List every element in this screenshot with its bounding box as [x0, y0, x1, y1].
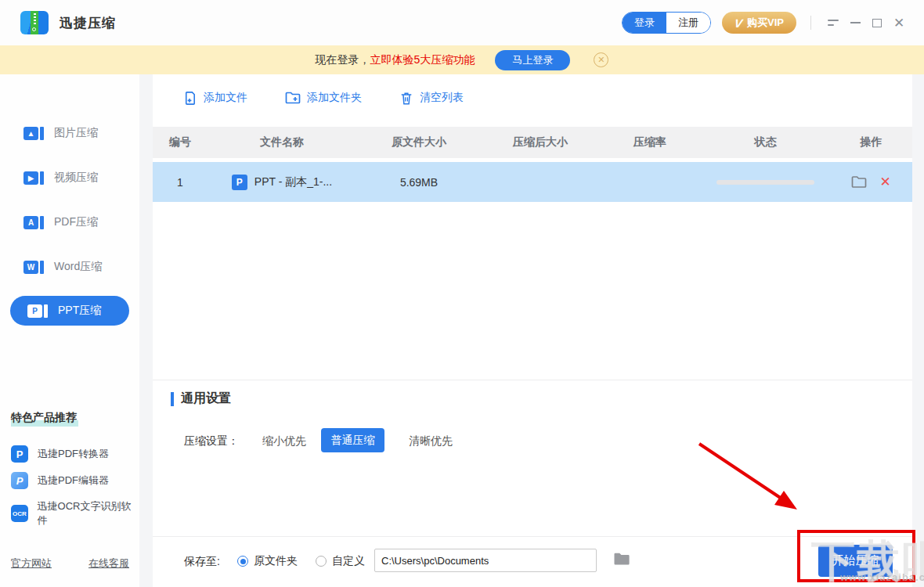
section-marker	[171, 392, 174, 406]
radio-selected-icon	[237, 556, 248, 567]
promo-title: 特色产品推荐	[11, 411, 78, 427]
login-now-button[interactable]: 马上登录	[495, 50, 570, 70]
official-site-link[interactable]: 官方网站	[11, 556, 52, 571]
sidebar-item-video-compress[interactable]: ▶ 视频压缩	[0, 162, 139, 193]
menu-icon	[828, 20, 839, 26]
radio-original-label: 原文件夹	[254, 554, 298, 568]
maximize-button[interactable]	[866, 12, 888, 34]
ppt-compress-icon: P	[27, 304, 48, 318]
open-folder-icon[interactable]	[851, 175, 867, 189]
pdf-compress-icon: A	[23, 216, 44, 229]
option-normal-compression[interactable]: 普通压缩	[321, 428, 384, 452]
option-clarity-priority[interactable]: 清晰优先	[409, 434, 453, 448]
product-label: 迅捷OCR文字识别软件	[38, 499, 139, 528]
row-status-cell	[701, 180, 830, 185]
clear-list-button[interactable]: 清空列表	[399, 91, 464, 106]
product-pdf-converter[interactable]: P 迅捷PDF转换器	[11, 445, 109, 463]
title-bar: 迅捷压缩 登录 注册 V 购买VIP ✕	[0, 0, 924, 45]
sidebar-item-label: 图片压缩	[54, 126, 98, 140]
browse-folder-button[interactable]	[613, 552, 630, 569]
product-label: 迅捷PDF编辑器	[38, 474, 109, 488]
buy-vip-button[interactable]: V 购买VIP	[722, 12, 796, 34]
sidebar-item-word-compress[interactable]: W Word压缩	[0, 251, 139, 283]
col-header-original-size: 原文件大小	[356, 135, 482, 149]
notice-text: 现在登录，	[316, 53, 370, 67]
vip-icon: V	[734, 16, 743, 30]
general-settings-header: 通用设置	[171, 391, 231, 407]
add-folder-icon	[285, 91, 301, 105]
topbar-divider	[810, 16, 811, 30]
section-divider	[153, 380, 912, 380]
ocr-icon: OCR	[11, 505, 28, 522]
row-actions-cell: ✕	[830, 175, 912, 189]
delete-file-icon[interactable]: ✕	[879, 175, 890, 189]
sidebar-item-pdf-compress[interactable]: A PDF压缩	[0, 207, 139, 238]
add-file-button[interactable]: 添加文件	[182, 91, 247, 106]
trash-icon	[399, 91, 413, 106]
app-title: 迅捷压缩	[60, 14, 116, 32]
sidebar-item-label: PDF压缩	[54, 215, 98, 229]
row-filename-cell: P PPT - 副本_1-...	[208, 175, 356, 190]
col-header-filename: 文件名称	[208, 135, 356, 149]
radio-custom-folder[interactable]: 自定义	[316, 554, 365, 568]
menu-button[interactable]	[822, 12, 844, 34]
maximize-icon	[872, 19, 882, 27]
col-header-compressed-size: 压缩后大小	[482, 135, 599, 149]
option-shrink-priority[interactable]: 缩小优先	[262, 434, 306, 448]
sidebar: ▲ 图片压缩 ▶ 视频压缩 A PDF压缩 W Word压缩 P PP	[0, 74, 139, 587]
buy-vip-label: 购买VIP	[747, 16, 784, 30]
app-logo-icon	[20, 11, 49, 34]
register-button[interactable]: 注册	[666, 13, 710, 33]
save-to-label: 保存至:	[184, 555, 220, 569]
general-settings-title: 通用设置	[181, 391, 231, 407]
add-folder-button[interactable]: 添加文件夹	[285, 91, 362, 105]
sidebar-item-image-compress[interactable]: ▲ 图片压缩	[0, 117, 139, 149]
col-header-actions: 操作	[830, 135, 912, 149]
online-support-link[interactable]: 在线客服	[88, 556, 129, 571]
add-file-label: 添加文件	[204, 91, 247, 105]
ppt-file-icon: P	[232, 175, 247, 190]
notice-close-icon[interactable]: ✕	[594, 52, 608, 67]
radio-custom-label: 自定义	[332, 554, 365, 568]
product-label: 迅捷PDF转换器	[38, 447, 109, 461]
add-folder-label: 添加文件夹	[307, 91, 362, 105]
col-header-status: 状态	[701, 135, 830, 149]
start-compress-button[interactable]: 开始压缩	[818, 545, 893, 577]
compression-setting-label: 压缩设置：	[184, 434, 239, 448]
pdf-editor-icon: P	[11, 472, 28, 489]
sidebar-item-ppt-compress[interactable]: P PPT压缩	[10, 296, 129, 326]
login-button[interactable]: 登录	[623, 13, 666, 33]
word-compress-icon: W	[23, 261, 44, 274]
video-compress-icon: ▶	[23, 171, 44, 185]
add-file-icon	[182, 91, 197, 106]
notice-highlight: 立即体验5大压缩功能	[370, 53, 475, 67]
progress-bar	[716, 180, 814, 185]
row-filename: PPT - 副本_1-...	[254, 175, 332, 189]
col-header-no: 编号	[153, 135, 208, 149]
table-row[interactable]: 1 P PPT - 副本_1-... 5.69MB ✕	[153, 162, 912, 202]
table-header: 编号 文件名称 原文件大小 压缩后大小 压缩率 状态 操作	[153, 127, 912, 158]
sidebar-item-label: 视频压缩	[54, 171, 98, 185]
login-notice-bar: 现在登录， 立即体验5大压缩功能 马上登录 ✕	[0, 45, 924, 74]
browse-folder-icon	[613, 552, 630, 566]
product-ocr[interactable]: OCR 迅捷OCR文字识别软件	[11, 499, 139, 528]
close-button[interactable]: ✕	[888, 12, 910, 34]
minimize-icon	[850, 22, 861, 23]
sidebar-item-label: PPT压缩	[58, 304, 101, 318]
image-compress-icon: ▲	[23, 127, 44, 140]
close-icon: ✕	[893, 16, 904, 30]
minimize-button[interactable]	[844, 12, 866, 34]
radio-original-folder[interactable]: 原文件夹	[237, 554, 298, 568]
row-number: 1	[153, 176, 208, 189]
clear-list-label: 清空列表	[420, 91, 464, 105]
main-panel: 添加文件 添加文件夹 清空列表 编号 文件名称 原文件大小 压缩后大小 压缩率 …	[153, 74, 912, 587]
file-toolbar: 添加文件 添加文件夹 清空列表	[182, 85, 464, 111]
pdf-converter-icon: P	[11, 445, 28, 463]
radio-unselected-icon	[316, 556, 327, 567]
col-header-ratio: 压缩率	[599, 135, 701, 149]
sidebar-item-label: Word压缩	[54, 260, 102, 274]
bottom-divider	[153, 536, 912, 537]
product-pdf-editor[interactable]: P 迅捷PDF编辑器	[11, 472, 109, 489]
save-path-input[interactable]	[374, 549, 597, 572]
auth-group: 登录 注册	[622, 12, 711, 34]
